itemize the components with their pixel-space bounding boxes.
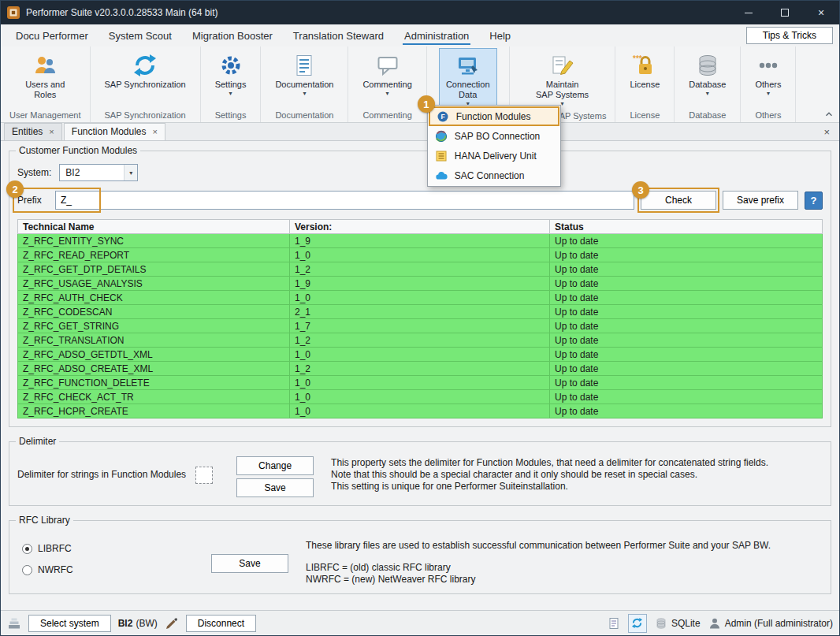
sync-button[interactable] [628,614,647,633]
group-title-rfc-library: RFC Library [16,515,73,526]
delimiter-change-button[interactable]: Change [236,456,314,475]
documents-close-icon[interactable]: × [823,126,830,138]
sync-icon [630,616,645,630]
tab-entities[interactable]: Entities× [4,123,62,140]
ribbon-button-others[interactable]: Others▾ [748,48,788,108]
ribbon-button-label: Commenting [362,80,411,90]
table-row[interactable]: Z_RFC_USAGE_ANALYSIS1_9Up to date [18,277,823,291]
select-system-button[interactable]: Select system [28,615,111,632]
ribbon-button-sap-synchronization[interactable]: SAP Synchronization [98,48,193,108]
table-row[interactable]: Z_RFC_CHECK_ACT_TR1_0Up to date [18,390,823,404]
ribbon-button-label: Users andRoles [25,80,65,100]
table-row[interactable]: Z_RFC_ENTITY_SYNC1_9Up to date [18,234,823,248]
tips-tricks-button[interactable]: Tips & Tricks [746,27,833,44]
page-icon[interactable] [607,616,621,630]
maximize-button[interactable] [767,1,803,24]
comment-icon [375,53,400,78]
chevron-down-icon[interactable]: ▾ [124,165,137,180]
tab-function-modules[interactable]: Function Modules× [64,123,165,140]
ribbon-group-caption: License [628,108,661,122]
table-row[interactable]: Z_RFC_CODESCAN2_1Up to date [18,305,823,319]
table-cell: Up to date [550,277,823,291]
disconnect-button[interactable]: Disconnect [186,615,256,632]
table-cell: Up to date [550,376,823,390]
ribbon-button-settings[interactable]: Settings▾ [208,48,254,108]
ribbon-group-license: ***LicenseLicense [615,46,675,122]
others-icon [756,53,781,78]
menu-item-function-modules[interactable]: FFunction Modules [429,106,559,126]
table-cell: Up to date [550,319,823,333]
save-prefix-button[interactable]: Save prefix [723,191,798,210]
ribbon-button-commenting[interactable]: Commenting▾ [355,48,418,108]
table-row[interactable]: Z_RFC_HCPR_CREATE1_0Up to date [18,404,823,418]
menu-item-label: HANA Delivery Unit [455,151,537,162]
menu-item-label: SAC Connection [455,170,525,181]
menu-item-translation-steward[interactable]: Translation Steward [283,24,394,46]
sync-icon [132,53,158,78]
radio-option-nwrfc[interactable]: NWRFC [22,564,211,575]
table-row[interactable]: Z_RFC_ADSO_GETDTL_XML1_0Up to date [18,348,823,362]
delimiter-save-button[interactable]: Save [236,478,314,497]
menu-item-label: SAP BO Connection [455,131,541,142]
group-title-delimiter: Delimiter [16,436,59,447]
ribbon-button-user-management[interactable]: Users andRoles [18,48,72,108]
tab-close-icon[interactable]: × [49,128,54,136]
ribbon-button-documentation[interactable]: Documentation▾ [268,48,340,108]
minimize-button[interactable] [730,1,767,24]
ribbon-button-maintain-sap-systems[interactable]: MaintainSAP Systems▾ [529,48,596,109]
table-row[interactable]: Z_RFC_AUTH_CHECK1_0Up to date [18,291,823,305]
tab-label: Entities [12,126,43,137]
radio-option-librfc[interactable]: LIBRFC [22,543,211,554]
ribbon-collapse-icon[interactable] [822,108,836,121]
prefix-label: Prefix [17,195,49,206]
menu-item-help[interactable]: Help [479,24,521,46]
table-row[interactable]: Z_RFC_GET_DTP_DETAILS1_2Up to date [18,262,823,277]
prefix-row: 2 Prefix 3 Check Save prefix ? [17,191,823,210]
ribbon-group-sap-synchronization: SAP SynchronizationSAP Synchronization [91,46,201,122]
menu-item-sac-connection[interactable]: SAC Connection [429,166,559,185]
person-icon [708,616,722,630]
library-icon[interactable] [7,616,21,630]
table-row[interactable]: Z_RFC_READ_REPORT1_0Up to date [18,248,823,262]
prefix-input[interactable] [55,191,634,210]
tabbar: Entities×Function Modules× × [1,123,839,141]
column-header-technical-name[interactable]: Technical Name [18,220,290,234]
table-row[interactable]: Z_RFC_GET_STRING1_7Up to date [18,319,823,333]
column-header-version[interactable]: Version: [290,220,550,234]
ribbon-button-label: SAP Synchronization [105,80,186,90]
delimiter-buttons: Change Save [236,456,314,497]
document-icon [292,53,317,78]
system-combobox[interactable]: BI2 ▾ [59,164,138,181]
menu-item-sap-bo-connection[interactable]: SAP BO Connection [429,126,559,146]
close-button[interactable]: × [803,1,839,24]
menu-item-docu-performer[interactable]: Docu Performer [6,24,98,46]
radio-label: NWRFC [38,564,73,575]
rfc-save-button[interactable]: Save [211,554,288,573]
help-button[interactable]: ? [805,192,823,210]
table-row[interactable]: Z_RFC_TRANSLATION1_2Up to date [18,333,823,348]
table-row[interactable]: Z_RFC_FUNCTION_DELETE1_0Up to date [18,376,823,390]
column-header-status[interactable]: Status [550,220,823,234]
table-cell: Z_RFC_GET_STRING [18,319,290,333]
ribbon-button-connection-data[interactable]: ConnectionData▾ [439,48,497,109]
tab-close-icon[interactable]: × [153,128,158,136]
check-button[interactable]: Check [641,191,716,210]
ribbon-button-license[interactable]: ***License [623,48,667,108]
function-modules-table: Technical NameVersion:Status Z_RFC_ENTIT… [17,219,823,418]
table-cell: Z_RFC_AUTH_CHECK [18,291,290,305]
menu-item-administration[interactable]: Administration [394,24,479,46]
table-cell: 1_0 [290,248,550,262]
function-modules-icon: F [437,110,449,123]
rfc-radio-group: LIBRFCNWRFC [17,543,211,575]
menu-item-migration-booster[interactable]: Migration Booster [182,24,283,46]
ribbon-button-database[interactable]: Database▾ [682,48,733,108]
rfc-description-line: These library files are used to establis… [306,540,771,552]
table-row[interactable]: Z_RFC_ADSO_CREATE_XML1_2Up to date [18,362,823,376]
menu-item-hana-delivery-unit[interactable]: HANA Delivery Unit [429,146,559,166]
rfc-description-line: NWRFC = (new) NetWeaver RFC library [306,574,771,586]
statusbar: Select system BI2 (BW) Disconnect SQLite… [1,610,839,635]
delimiter-description-line: Note that this should be a special chara… [331,469,768,481]
menu-item-system-scout[interactable]: System Scout [98,24,182,46]
annotation-badge-3: 3 [632,181,649,199]
ribbon-group-caption: Documentation [273,108,335,122]
